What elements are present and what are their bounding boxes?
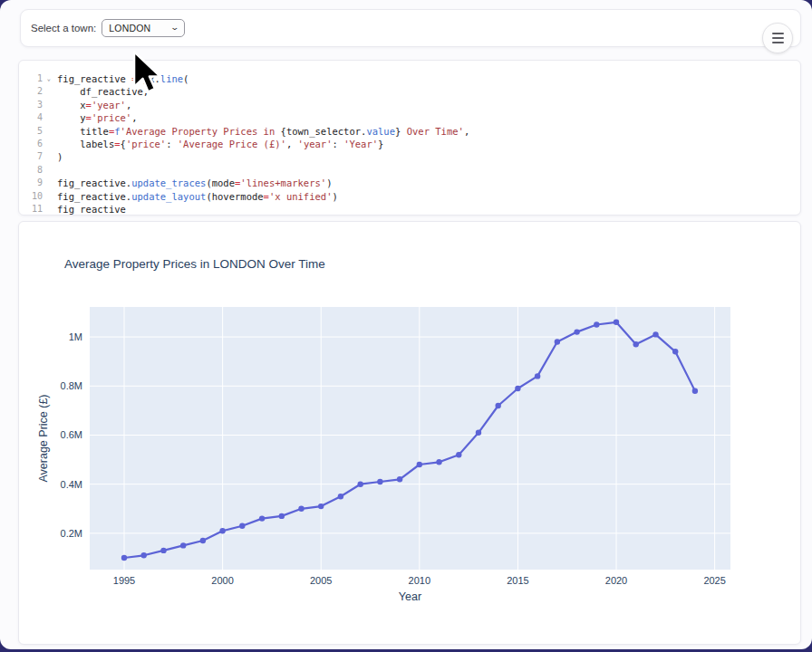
code-text: fig_reactive.update_layout(hovermode='x … bbox=[43, 190, 338, 203]
data-point-marker[interactable] bbox=[397, 476, 402, 482]
code-line[interactable]: 7) bbox=[19, 150, 800, 163]
data-point-marker[interactable] bbox=[672, 349, 678, 354]
code-text: fig_reactive bbox=[43, 203, 126, 216]
x-tick-label: 2005 bbox=[310, 575, 332, 586]
y-axis-title: Average Price (£) bbox=[37, 394, 50, 482]
line-number: 7 bbox=[19, 150, 43, 163]
code-line[interactable]: 6 labels={'price': 'Average Price (£)', … bbox=[19, 138, 800, 150]
notebook-page: Select a town: LONDON ⌄ 1⌄fig_reactive =… bbox=[0, 0, 812, 649]
data-point-marker[interactable] bbox=[200, 538, 206, 543]
data-point-marker[interactable] bbox=[555, 339, 560, 344]
x-axis-title: Year bbox=[399, 590, 421, 603]
data-point-marker[interactable] bbox=[141, 552, 147, 558]
code-line[interactable]: 1⌄fig_reactive = px.line( bbox=[19, 72, 800, 85]
data-point-marker[interactable] bbox=[456, 452, 461, 457]
code-lines: 1⌄fig_reactive = px.line(2 df_reactive,3… bbox=[19, 72, 800, 216]
data-point-marker[interactable] bbox=[633, 341, 639, 347]
data-point-marker[interactable] bbox=[652, 331, 658, 337]
data-point-marker[interactable] bbox=[121, 555, 127, 561]
code-line[interactable]: 3 x='year', bbox=[19, 99, 800, 111]
x-tick-label: 2025 bbox=[703, 575, 725, 586]
data-point-marker[interactable] bbox=[239, 523, 245, 529]
data-point-marker[interactable] bbox=[515, 386, 520, 391]
code-cell[interactable]: 1⌄fig_reactive = px.line(2 df_reactive,3… bbox=[18, 60, 801, 216]
code-line[interactable]: 9fig_reactive.update_traces(mode='lines+… bbox=[19, 177, 800, 189]
x-tick-label: 2010 bbox=[409, 575, 430, 586]
town-select-value: LONDON bbox=[109, 23, 150, 34]
code-text: df_reactive, bbox=[43, 85, 149, 98]
x-tick-label: 2020 bbox=[605, 575, 627, 586]
select-town-label: Select a town: bbox=[31, 23, 96, 34]
data-point-marker[interactable] bbox=[160, 548, 166, 553]
x-tick-label: 1995 bbox=[113, 575, 135, 586]
data-point-marker[interactable] bbox=[358, 482, 363, 487]
data-point-marker[interactable] bbox=[594, 321, 599, 327]
line-number: 4 bbox=[19, 111, 43, 124]
data-point-marker[interactable] bbox=[180, 542, 186, 548]
line-number: 10 bbox=[19, 190, 43, 203]
code-text: fig_reactive.update_traces(mode='lines+m… bbox=[43, 177, 332, 189]
notebook-menu-button[interactable] bbox=[762, 23, 793, 53]
town-select[interactable]: LONDON ⌄ bbox=[102, 19, 185, 37]
code-line[interactable]: 11fig_reactive bbox=[19, 203, 800, 216]
code-line[interactable]: 10fig_reactive.update_layout(hovermode='… bbox=[19, 190, 800, 203]
y-tick-label: 0.2M bbox=[61, 528, 82, 539]
line-number: 8 bbox=[19, 164, 43, 177]
code-text: labels={'price': 'Average Price (£)', 'y… bbox=[43, 138, 383, 150]
hamburger-menu-icon bbox=[772, 33, 784, 34]
line-number: 11 bbox=[19, 203, 43, 216]
data-point-marker[interactable] bbox=[318, 503, 324, 509]
data-point-marker[interactable] bbox=[535, 373, 540, 379]
line-number: 3 bbox=[19, 99, 43, 111]
y-tick-label: 0.4M bbox=[61, 479, 82, 490]
line-number: 9 bbox=[19, 177, 43, 189]
data-point-marker[interactable] bbox=[377, 479, 382, 484]
code-text: title=f'Average Property Prices in {town… bbox=[43, 125, 469, 138]
x-tick-label: 2000 bbox=[211, 575, 233, 586]
data-point-marker[interactable] bbox=[614, 320, 619, 325]
code-text: fig_reactive = px.line( bbox=[43, 72, 188, 85]
code-line[interactable]: 4 y='price', bbox=[19, 111, 800, 124]
data-point-marker[interactable] bbox=[496, 403, 501, 408]
line-number: 5 bbox=[19, 125, 43, 138]
fold-arrow-icon[interactable]: ⌄ bbox=[47, 72, 51, 85]
chart-cell: Average Property Prices in LONDON Over T… bbox=[18, 221, 801, 645]
data-point-marker[interactable] bbox=[338, 494, 343, 499]
data-point-marker[interactable] bbox=[692, 388, 698, 394]
data-point-marker[interactable] bbox=[436, 459, 441, 465]
line-number: 1⌄ bbox=[19, 72, 43, 85]
y-tick-label: 0.8M bbox=[61, 380, 82, 391]
selector-cell: Select a town: LONDON ⌄ bbox=[20, 9, 801, 47]
line-number: 6 bbox=[19, 138, 43, 150]
chevron-down-icon: ⌄ bbox=[169, 23, 179, 32]
code-text bbox=[43, 164, 57, 177]
data-point-marker[interactable] bbox=[417, 462, 422, 467]
data-point-marker[interactable] bbox=[298, 506, 304, 512]
chart-canvas[interactable]: 19952000200520102015202020250.2M0.4M0.6M… bbox=[19, 222, 802, 646]
code-line[interactable]: 5 title=f'Average Property Prices in {to… bbox=[19, 125, 800, 138]
code-text: ) bbox=[43, 150, 63, 163]
y-tick-label: 1M bbox=[69, 331, 82, 342]
data-point-marker[interactable] bbox=[219, 528, 225, 533]
x-tick-label: 2015 bbox=[507, 575, 528, 586]
code-line[interactable]: 2 df_reactive, bbox=[19, 85, 800, 98]
code-text: x='year', bbox=[43, 99, 131, 111]
data-point-marker[interactable] bbox=[574, 329, 579, 334]
line-number: 2 bbox=[19, 85, 43, 98]
code-line[interactable]: 8 bbox=[19, 164, 800, 177]
y-tick-label: 0.6M bbox=[61, 429, 82, 440]
data-point-marker[interactable] bbox=[259, 515, 265, 521]
data-point-marker[interactable] bbox=[279, 513, 285, 519]
code-text: y='price', bbox=[43, 111, 138, 124]
data-point-marker[interactable] bbox=[476, 430, 481, 436]
